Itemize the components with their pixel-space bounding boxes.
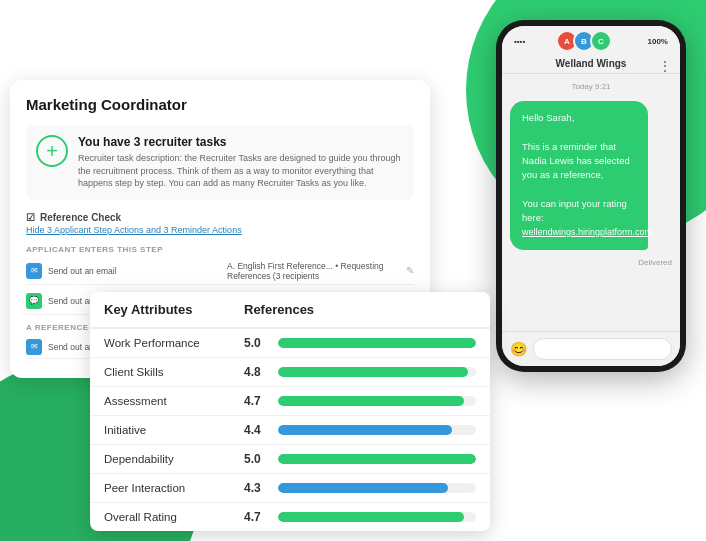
- bar-bg: [278, 338, 476, 348]
- chat-link[interactable]: wellendwings.hiringplatform.com: [522, 227, 652, 237]
- table-row: Overall Rating4.7: [90, 503, 490, 532]
- attr-name: Dependability: [90, 445, 230, 474]
- reference-check-section: ☑ Reference Check Hide 3 Applicant Step …: [26, 212, 414, 235]
- recruiter-tasks-heading: You have 3 recruiter tasks: [78, 135, 404, 149]
- email-icon-1: ✉: [26, 263, 42, 279]
- plus-icon: +: [36, 135, 68, 167]
- attr-score-cell: 5.0: [230, 328, 490, 358]
- bar-bg: [278, 512, 476, 522]
- phone-input-bar[interactable]: [533, 338, 672, 360]
- phone-header: Welland Wings ⋮: [502, 54, 680, 74]
- table-row: Peer Interaction4.3: [90, 474, 490, 503]
- score-value: 5.0: [244, 336, 270, 350]
- attributes-table: Key Attributes References Work Performan…: [90, 292, 490, 531]
- bar-bg: [278, 483, 476, 493]
- table-row: Dependability5.0: [90, 445, 490, 474]
- phone-screen: •••• A B C 100% Welland Wings ⋮ Today 9:…: [502, 26, 680, 366]
- checkbox-icon: ☑: [26, 212, 35, 223]
- phone-company-name: Welland Wings: [506, 58, 676, 69]
- avatar-3: C: [590, 30, 612, 52]
- phone-status-time: ••••: [514, 37, 525, 46]
- attr-name: Work Performance: [90, 328, 230, 358]
- recruiter-tasks-description: Recruiter task description: the Recruite…: [78, 152, 404, 190]
- col1-header: Key Attributes: [90, 292, 230, 328]
- bar-fill: [278, 454, 476, 464]
- attr-table: Key Attributes References Work Performan…: [90, 292, 490, 531]
- bar-fill: [278, 367, 468, 377]
- attr-score-cell: 4.4: [230, 416, 490, 445]
- phone-menu-icon[interactable]: ⋮: [658, 58, 672, 74]
- recruiter-tasks-content: You have 3 recruiter tasks Recruiter tas…: [78, 135, 404, 190]
- attr-name: Assessment: [90, 387, 230, 416]
- attr-score-cell: 4.7: [230, 503, 490, 532]
- bar-bg: [278, 367, 476, 377]
- edit-icon-1[interactable]: ✎: [406, 265, 414, 276]
- phone-bottom-bar: 😊: [502, 331, 680, 366]
- chat-timestamp: Today 9:21: [510, 82, 672, 91]
- bar-fill: [278, 338, 476, 348]
- attr-score-cell: 5.0: [230, 445, 490, 474]
- phone-shell: •••• A B C 100% Welland Wings ⋮ Today 9:…: [496, 20, 686, 372]
- email-detail-1: A. English First Reference... • Requesti…: [227, 261, 400, 281]
- table-row: Work Performance5.0: [90, 328, 490, 358]
- phone-status-bar: •••• A B C 100%: [502, 26, 680, 54]
- reference-check-link[interactable]: Hide 3 Applicant Step Actions and 3 Remi…: [26, 225, 414, 235]
- bar-bg: [278, 425, 476, 435]
- bar-fill: [278, 512, 464, 522]
- bar-fill: [278, 425, 452, 435]
- email-row-1: ✉ Send out an email A. English First Ref…: [26, 258, 414, 285]
- bar-fill: [278, 483, 448, 493]
- email-icon-2: 💬: [26, 293, 42, 309]
- score-value: 4.4: [244, 423, 270, 437]
- score-value: 4.7: [244, 394, 270, 408]
- bar-bg: [278, 454, 476, 464]
- attr-name: Peer Interaction: [90, 474, 230, 503]
- col2-header: References: [230, 292, 490, 328]
- bar-bg: [278, 396, 476, 406]
- score-value: 5.0: [244, 452, 270, 466]
- ats-card-title: Marketing Coordinator: [26, 96, 414, 113]
- table-row: Assessment4.7: [90, 387, 490, 416]
- bar-fill: [278, 396, 464, 406]
- score-value: 4.3: [244, 481, 270, 495]
- attr-name: Initiative: [90, 416, 230, 445]
- score-value: 4.8: [244, 365, 270, 379]
- attr-name: Client Skills: [90, 358, 230, 387]
- email-icon-3: ✉: [26, 339, 42, 355]
- score-value: 4.7: [244, 510, 270, 524]
- chat-bubble: Hello Sarah,This is a reminder that Nadi…: [510, 101, 648, 250]
- avatar-group: A B C: [561, 30, 612, 52]
- table-row: Client Skills4.8: [90, 358, 490, 387]
- phone-battery: 100%: [648, 37, 668, 46]
- email-label-1: Send out an email: [48, 266, 221, 276]
- attr-name: Overall Rating: [90, 503, 230, 532]
- phone-chat-area: Today 9:21 Hello Sarah,This is a reminde…: [502, 74, 680, 331]
- table-row: Initiative4.4: [90, 416, 490, 445]
- phone-container: •••• A B C 100% Welland Wings ⋮ Today 9:…: [496, 20, 696, 372]
- attr-score-cell: 4.8: [230, 358, 490, 387]
- section-label-1: APPLICANT ENTERS THIS STEP: [26, 245, 414, 254]
- attr-score-cell: 4.3: [230, 474, 490, 503]
- recruiter-tasks-box: + You have 3 recruiter tasks Recruiter t…: [26, 125, 414, 200]
- main-container: Marketing Coordinator + You have 3 recru…: [10, 20, 696, 531]
- chat-bubble-text: Hello Sarah,This is a reminder that Nadi…: [522, 112, 630, 223]
- delivered-text: Delivered: [510, 258, 672, 267]
- reference-check-title: ☑ Reference Check: [26, 212, 414, 223]
- attr-score-cell: 4.7: [230, 387, 490, 416]
- emoji-icon[interactable]: 😊: [510, 341, 527, 357]
